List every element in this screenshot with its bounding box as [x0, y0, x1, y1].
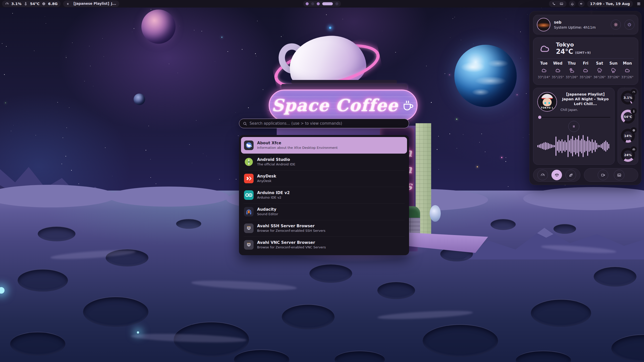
control-panel: seb System Uptime: 4h11m Tokyo 24°C (GMT…	[529, 11, 641, 185]
star	[236, 179, 236, 179]
settings-button[interactable]	[611, 20, 621, 30]
notifications-button[interactable]	[569, 1, 576, 7]
app-arduino-icon	[244, 190, 254, 200]
app-list-item[interactable]: About XfceInformation about the Xfce Des…	[241, 137, 407, 154]
workspace-dot-occupied[interactable]	[317, 2, 320, 5]
visualizer-bar	[583, 135, 584, 157]
earth-planet	[454, 45, 517, 107]
speedometer-button[interactable]	[537, 170, 548, 180]
forecast-day: Wed35°/25°	[551, 61, 564, 79]
visualizer-bar	[587, 137, 588, 156]
volume-icon	[579, 2, 583, 6]
workspace-dot-empty[interactable]	[335, 2, 338, 5]
gauge-disk: 24%	[621, 148, 635, 162]
star	[196, 120, 196, 121]
search-icon	[243, 121, 247, 126]
visualizer-bar	[555, 137, 556, 156]
workspace-indicator[interactable]	[303, 1, 341, 7]
tray-icons-pill[interactable]	[549, 1, 567, 7]
progress-knob[interactable]	[538, 116, 541, 119]
user-name: seb	[554, 20, 596, 25]
clock-pill[interactable]: 17:09 - Tue, 19 Aug	[587, 1, 633, 7]
crater	[491, 219, 516, 230]
app-audacity-icon	[244, 207, 254, 216]
avatar	[537, 18, 550, 31]
forecast-temps: 35°/25°	[552, 75, 564, 79]
app-list-item[interactable]: Avahi VNC Server BrowserBrowse for Zeroc…	[241, 237, 407, 253]
app-list-item[interactable]: Arduino IDE v2Arduino IDE v2	[241, 187, 407, 203]
volume-button[interactable]	[578, 1, 585, 7]
leaf-icon	[569, 173, 573, 177]
weather-temp: 24°C	[556, 48, 573, 55]
gauge-speedometer: 3.1%	[621, 90, 635, 105]
visualizer-bar	[608, 144, 609, 149]
star	[12, 13, 13, 13]
visualizer-bar	[566, 142, 567, 150]
image-button[interactable]	[614, 170, 624, 180]
cpu-temp: 54°C	[30, 2, 39, 6]
leaf-button[interactable]	[566, 170, 576, 180]
app-android-icon	[244, 157, 254, 167]
track-progress[interactable]	[537, 116, 610, 119]
visualizer-bar	[557, 142, 558, 151]
workspace-dot-active[interactable]	[322, 2, 333, 5]
video-button[interactable]	[598, 170, 608, 180]
search-bar[interactable]	[239, 119, 409, 128]
track-subtitle: Chill Japan.	[560, 108, 610, 112]
forecast-temps: 33°/26°	[566, 75, 578, 79]
album-art: TOKYO L	[537, 92, 557, 112]
visualizer-bar	[599, 145, 600, 147]
app-list-item[interactable]: Android StudioThe official Android IDE	[241, 154, 407, 170]
search-input[interactable]	[250, 121, 405, 126]
visualizer-bar	[552, 145, 553, 148]
forecast-day-label: Mon	[623, 61, 632, 66]
visualizer-bar	[604, 142, 605, 151]
star	[248, 107, 249, 108]
star	[63, 138, 63, 138]
forecast-day: Sun33°/26°	[607, 61, 620, 79]
workspace-dot-occupied[interactable]	[306, 2, 309, 5]
visualizer-bar	[605, 141, 606, 152]
app-name: Audacity	[257, 207, 278, 212]
now-playing-text: 【Japanese Playlist】J...	[72, 2, 116, 6]
chip-icon	[632, 129, 635, 132]
star	[501, 157, 502, 158]
visualizer-bar	[560, 141, 561, 151]
forecast-day-label: Wed	[553, 61, 562, 66]
visualizer-bar	[539, 145, 540, 148]
now-playing-pill[interactable]: 【Japanese Playlist】J...	[63, 1, 119, 7]
star	[255, 53, 256, 54]
star	[505, 161, 506, 162]
speedometer-icon	[540, 173, 545, 177]
app-list-item[interactable]: AnyDeskAnyDesk	[241, 170, 407, 187]
star	[65, 156, 66, 157]
visualizer-bar	[561, 139, 562, 153]
play-pause-button[interactable]	[568, 121, 579, 132]
crater	[377, 282, 415, 299]
visualizer-bar	[549, 144, 550, 149]
workspace-dot-empty[interactable]	[311, 2, 314, 5]
power-button[interactable]	[624, 20, 634, 30]
app-launcher: About XfceInformation about the Xfce Des…	[239, 119, 409, 255]
system-stats-pill[interactable]: 3.1% 54°C 6.8G	[2, 1, 61, 7]
app-name: Arduino IDE v2	[257, 190, 290, 196]
overview-button[interactable]	[635, 1, 642, 7]
app-list-item[interactable]: AudacitySound Editor	[241, 203, 407, 220]
visualizer-bar	[554, 145, 555, 147]
visualizer-bar	[545, 142, 546, 150]
neon-sign: Space Coffee	[269, 89, 418, 121]
wallpaper-icon[interactable]	[559, 2, 564, 6]
star	[90, 66, 91, 66]
forecast-row: Tue33°/24°Wed35°/25°Thu33°/26°Fri35°/26°…	[537, 61, 634, 79]
crater	[282, 304, 335, 329]
forecast-day: Thu33°/26°	[565, 61, 578, 79]
star	[526, 93, 526, 94]
app-list-item[interactable]: Avahi SSH Server BrowserBrowse for Zeroc…	[241, 220, 407, 237]
star	[527, 14, 528, 15]
scales-button[interactable]	[551, 170, 562, 180]
star	[146, 150, 146, 150]
weather-card: Tokyo 24°C (GMT+9) Tue33°/24°Wed35°/25°T…	[533, 37, 638, 85]
visualizer-bar	[568, 135, 569, 157]
phone-icon[interactable]	[552, 2, 556, 6]
cloud-icon	[537, 43, 552, 54]
